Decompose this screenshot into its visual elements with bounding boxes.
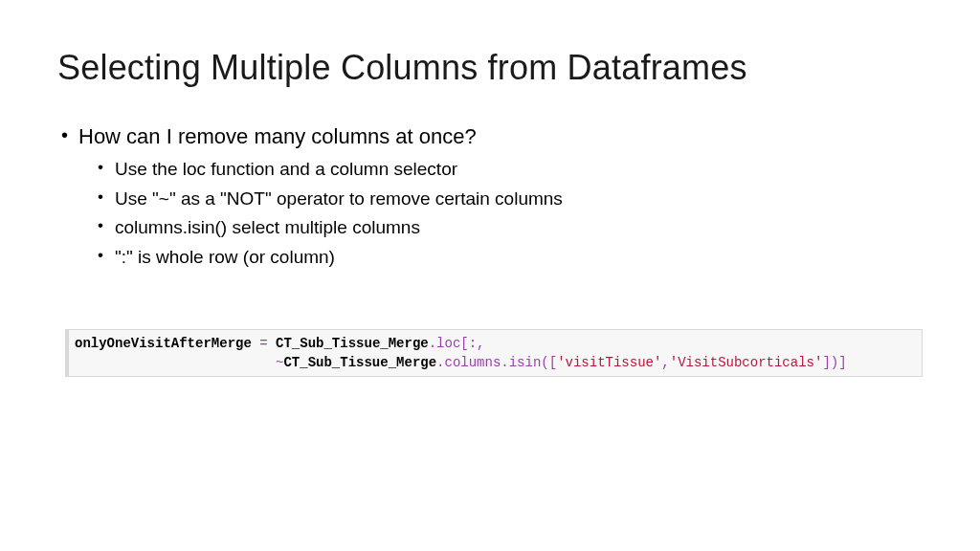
code-comma: , bbox=[661, 355, 669, 370]
code-obj: CT_Sub_Tissue_Merge bbox=[276, 336, 429, 351]
main-bullet: How can I remove many columns at once? bbox=[61, 124, 923, 149]
sub-bullet: ":" is whole row (or column) bbox=[98, 245, 923, 270]
sub-bullet: Use the loc function and a column select… bbox=[98, 157, 923, 182]
code-string: 'VisitSubcorticals' bbox=[670, 355, 823, 370]
bullet-list: How can I remove many columns at once? U… bbox=[57, 124, 923, 270]
code-assign: = bbox=[252, 336, 276, 351]
code-var: onlyOneVisitAfterMerge bbox=[75, 336, 252, 351]
code-obj: CT_Sub_Tissue_Merge bbox=[283, 355, 436, 370]
code-close: ])] bbox=[822, 355, 846, 370]
code-snippet: onlyOneVisitAfterMerge = CT_Sub_Tissue_M… bbox=[65, 329, 923, 378]
code-string: 'visitTissue' bbox=[557, 355, 661, 370]
code-loc: .loc[:, bbox=[429, 336, 485, 351]
slide-title: Selecting Multiple Columns from Datafram… bbox=[57, 48, 923, 88]
sub-bullet: Use "~" as a "NOT" operator to remove ce… bbox=[98, 187, 923, 211]
sub-bullet: columns.isin() select multiple columns bbox=[98, 215, 923, 240]
sub-bullet-list: Use the loc function and a column select… bbox=[61, 157, 923, 270]
code-cols: .columns.isin([ bbox=[436, 355, 557, 370]
code-indent bbox=[75, 355, 276, 370]
